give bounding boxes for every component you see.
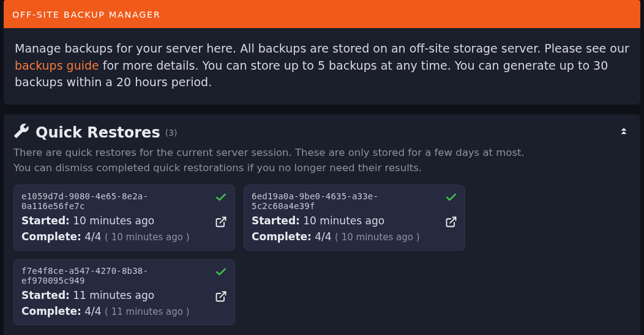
open-icon[interactable] <box>215 216 227 230</box>
restore-started-line: Started: 10 minutes ago <box>21 215 201 227</box>
quick-restores-sub1: There are quick restores for the current… <box>13 145 617 161</box>
restore-hash: 6ed19a0a-9be0-4635-a33e-5c2c60a4e39f <box>252 191 432 211</box>
restore-hash: f7e4f8ce-a547-4270-8b38-ef970095c949 <box>21 266 201 285</box>
check-icon <box>445 191 457 206</box>
page-banner: OFF-SITE BACKUP MANAGER <box>4 0 640 28</box>
started-label: Started: <box>21 289 70 301</box>
svg-line-0 <box>220 217 225 223</box>
restore-complete: 4/4 <box>84 230 101 243</box>
svg-line-1 <box>450 217 455 223</box>
description-panel: Manage backups for your server here. All… <box>4 28 640 105</box>
restore-card: e1059d7d-9080-4e65-8e2a-0a116e56fe7c Sta… <box>13 185 235 251</box>
restore-complete-line: Complete: 4/4 ( 10 minutes ago ) <box>21 230 201 243</box>
complete-label: Complete: <box>21 305 81 317</box>
restore-complete-when: ( 11 minutes ago ) <box>105 306 189 317</box>
quick-restores-count: (3) <box>165 128 178 138</box>
restore-started: 11 minutes ago <box>73 289 154 301</box>
complete-label: Complete: <box>21 230 81 243</box>
started-label: Started: <box>21 215 70 227</box>
restore-complete-line: Complete: 4/4 ( 11 minutes ago ) <box>21 305 201 317</box>
restore-card: 6ed19a0a-9be0-4635-a33e-5c2c60a4e39f Sta… <box>244 185 465 251</box>
restore-started: 10 minutes ago <box>73 215 154 227</box>
restore-complete: 4/4 <box>315 230 331 243</box>
open-icon[interactable] <box>215 290 227 305</box>
description-post: for more details. You can store up to 5 … <box>15 59 608 89</box>
description-pre: Manage backups for your server here. All… <box>15 42 629 55</box>
restore-cards: e1059d7d-9080-4e65-8e2a-0a116e56fe7c Sta… <box>13 185 631 325</box>
check-icon <box>215 191 227 206</box>
collapse-icon[interactable] <box>617 123 631 139</box>
restore-complete-line: Complete: 4/4 ( 10 minutes ago ) <box>252 230 432 243</box>
wrench-icon <box>13 123 32 142</box>
complete-label: Complete: <box>252 230 312 243</box>
quick-restores-sub2: You can dismiss completed quick restorat… <box>13 160 617 176</box>
open-icon[interactable] <box>445 216 457 230</box>
restore-complete-when: ( 10 minutes ago ) <box>105 232 189 243</box>
svg-line-2 <box>220 292 225 297</box>
restore-started-line: Started: 11 minutes ago <box>21 289 201 301</box>
restore-hash: e1059d7d-9080-4e65-8e2a-0a116e56fe7c <box>21 191 201 211</box>
restore-started-line: Started: 10 minutes ago <box>252 215 432 227</box>
check-icon <box>215 266 227 281</box>
restore-complete: 4/4 <box>84 305 101 317</box>
banner-title: OFF-SITE BACKUP MANAGER <box>12 10 160 20</box>
restore-started: 10 minutes ago <box>303 215 384 227</box>
restore-complete-when: ( 10 minutes ago ) <box>335 232 419 243</box>
restore-card: f7e4f8ce-a547-4270-8b38-ef970095c949 Sta… <box>13 259 235 325</box>
quick-restores-section: Quick Restores (3) There are quick resto… <box>4 114 640 335</box>
started-label: Started: <box>252 215 300 227</box>
backups-guide-link[interactable]: backups guide <box>15 59 99 72</box>
section-title: Quick Restores (3) <box>13 123 617 142</box>
quick-restores-title: Quick Restores <box>36 124 160 141</box>
